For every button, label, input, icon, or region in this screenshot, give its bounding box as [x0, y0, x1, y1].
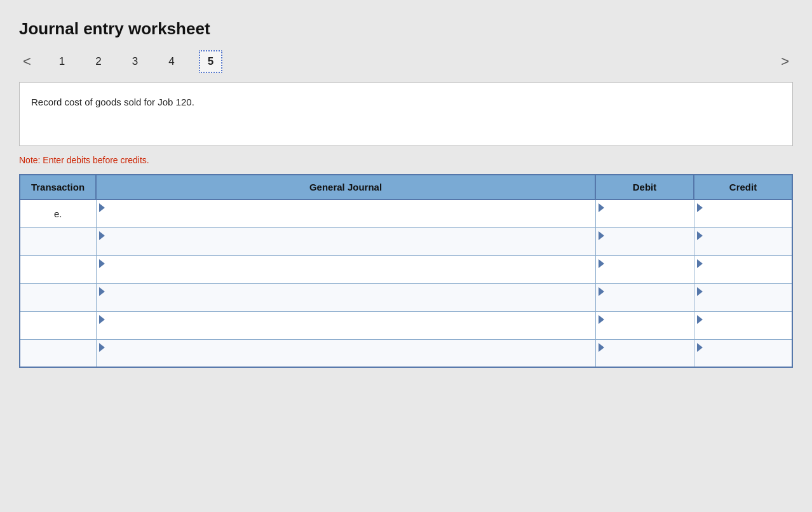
credit-cell[interactable]	[694, 227, 792, 255]
debit-cell[interactable]	[595, 199, 694, 227]
journal-input[interactable]	[97, 312, 595, 339]
credit-input[interactable]	[694, 340, 792, 367]
credit-cell[interactable]	[694, 199, 792, 227]
journal-input[interactable]	[97, 256, 595, 283]
journal-cell[interactable]	[96, 199, 595, 227]
debit-input[interactable]	[596, 340, 694, 367]
header-transaction: Transaction	[20, 175, 96, 199]
tab-5[interactable]: 5	[199, 50, 222, 73]
journal-input[interactable]	[97, 340, 595, 367]
journal-input[interactable]	[97, 200, 595, 227]
debit-cell[interactable]	[595, 255, 694, 283]
credit-input[interactable]	[694, 284, 792, 311]
debit-cell[interactable]	[595, 283, 694, 311]
debit-input[interactable]	[596, 284, 694, 311]
tab-4[interactable]: 4	[162, 51, 180, 72]
header-debit: Debit	[595, 175, 694, 199]
transaction-cell	[20, 283, 96, 311]
debit-cell[interactable]	[595, 227, 694, 255]
page-title: Journal entry worksheet	[19, 19, 793, 39]
journal-cell[interactable]	[96, 311, 595, 339]
header-credit: Credit	[694, 175, 792, 199]
credit-input[interactable]	[694, 200, 792, 227]
transaction-cell	[20, 339, 96, 367]
journal-table: Transaction General Journal Debit Credit…	[19, 174, 793, 368]
journal-cell[interactable]	[96, 255, 595, 283]
tab-3[interactable]: 3	[126, 51, 144, 72]
transaction-cell	[20, 227, 96, 255]
note-text: Note: Enter debits before credits.	[19, 155, 793, 165]
table-row	[20, 255, 792, 283]
tab-1[interactable]: 1	[53, 51, 71, 72]
tab-2[interactable]: 2	[89, 51, 107, 72]
credit-cell[interactable]	[694, 283, 792, 311]
table-row: e.	[20, 199, 792, 227]
credit-cell[interactable]	[694, 255, 792, 283]
journal-input[interactable]	[97, 228, 595, 255]
transaction-cell: e.	[20, 199, 96, 227]
next-arrow[interactable]: >	[777, 52, 793, 71]
table-row	[20, 283, 792, 311]
transaction-cell	[20, 255, 96, 283]
description-text: Record cost of goods sold for Job 120.	[31, 97, 194, 107]
description-box: Record cost of goods sold for Job 120.	[19, 82, 793, 146]
debit-input[interactable]	[596, 200, 694, 227]
journal-cell[interactable]	[96, 339, 595, 367]
table-row	[20, 311, 792, 339]
debit-input[interactable]	[596, 256, 694, 283]
prev-arrow[interactable]: <	[19, 52, 35, 71]
credit-cell[interactable]	[694, 339, 792, 367]
navigation-row: < 1 2 3 4 5 >	[19, 50, 793, 73]
table-row	[20, 227, 792, 255]
credit-input[interactable]	[694, 228, 792, 255]
transaction-cell	[20, 311, 96, 339]
journal-cell[interactable]	[96, 283, 595, 311]
table-row	[20, 339, 792, 367]
header-general-journal: General Journal	[96, 175, 595, 199]
journal-cell[interactable]	[96, 227, 595, 255]
credit-cell[interactable]	[694, 311, 792, 339]
journal-input[interactable]	[97, 284, 595, 311]
credit-input[interactable]	[694, 312, 792, 339]
debit-input[interactable]	[596, 228, 694, 255]
credit-input[interactable]	[694, 256, 792, 283]
debit-cell[interactable]	[595, 311, 694, 339]
debit-cell[interactable]	[595, 339, 694, 367]
debit-input[interactable]	[596, 312, 694, 339]
